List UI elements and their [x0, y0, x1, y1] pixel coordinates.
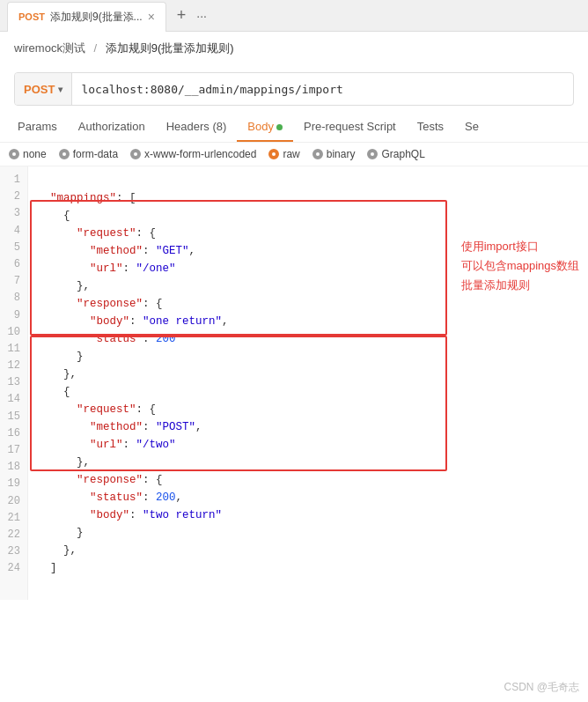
- close-icon[interactable]: ×: [148, 11, 155, 23]
- line-number: 19: [7, 476, 20, 492]
- more-tabs-icon[interactable]: ···: [191, 9, 212, 23]
- url-input[interactable]: [72, 73, 573, 105]
- code-line: },: [37, 542, 579, 559]
- code-line: "mappings": [: [37, 189, 579, 207]
- tab-item-tests[interactable]: Tests: [407, 113, 454, 142]
- tabs-row: ParamsAuthorizationHeaders (8)BodyPre-re…: [0, 113, 588, 143]
- body-option-graphql[interactable]: GraphQL: [367, 148, 424, 160]
- code-line: {: [37, 383, 579, 401]
- line-number: 16: [7, 425, 20, 442]
- code-line: "response": {: [37, 295, 579, 313]
- body-option-form-data[interactable]: form-data: [59, 148, 118, 160]
- breadcrumb-parent[interactable]: wiremock测试: [14, 41, 85, 55]
- radio-label-x-www-form-urlencoded: x-www-form-urlencoded: [144, 148, 256, 160]
- tab-item-se[interactable]: Se: [454, 113, 489, 142]
- tab-item-authorization[interactable]: Authorization: [68, 113, 156, 142]
- line-number: 6: [7, 256, 20, 273]
- line-number: 17: [7, 442, 20, 459]
- line-number: 14: [7, 391, 20, 408]
- code-line: "url": "/two": [37, 436, 579, 454]
- line-number: 2: [7, 188, 20, 205]
- tab-label: 添加规则9(批量添...: [50, 10, 143, 25]
- code-line: "request": {: [37, 401, 579, 418]
- method-select[interactable]: POST ▾: [15, 73, 72, 105]
- tab-item-body[interactable]: Body: [237, 113, 293, 142]
- line-number: 1: [7, 172, 20, 188]
- code-line: "method": "POST",: [37, 418, 579, 436]
- line-numbers: 123456789101112131415161718192021222324: [0, 166, 28, 600]
- code-line: }: [37, 348, 579, 366]
- radio-label-none: none: [23, 148, 47, 160]
- line-number: 11: [7, 341, 20, 358]
- tab-method: POST: [18, 11, 45, 22]
- line-number: 13: [7, 374, 20, 391]
- radio-label-form-data: form-data: [73, 148, 118, 160]
- breadcrumb-separator: /: [94, 41, 98, 55]
- code-line: ]: [37, 559, 579, 577]
- line-number: 10: [7, 324, 20, 341]
- line-number: 3: [7, 205, 20, 222]
- line-number: 20: [7, 493, 20, 510]
- code-area: 123456789101112131415161718192021222324 …: [0, 166, 588, 600]
- breadcrumb: wiremock测试 / 添加规则9(批量添加规则): [0, 32, 588, 65]
- radio-dot-binary: [312, 149, 323, 159]
- annotation-line3: 批量添加规则: [461, 276, 579, 295]
- line-number: 4: [7, 223, 20, 240]
- line-number: 21: [7, 510, 20, 527]
- code-line: "body": "one return",: [37, 313, 579, 330]
- tab-bar: POST 添加规则9(批量添... × + ···: [0, 0, 588, 32]
- code-line: [37, 172, 579, 189]
- radio-label-graphql: GraphQL: [381, 148, 424, 160]
- annotation-line1: 使用import接口: [461, 237, 579, 256]
- body-option-x-www-form-urlencoded[interactable]: x-www-form-urlencoded: [130, 148, 256, 160]
- add-tab-icon[interactable]: +: [172, 6, 192, 25]
- method-label: POST: [24, 83, 55, 96]
- radio-label-binary: binary: [327, 148, 356, 160]
- code-line: },: [37, 454, 579, 471]
- body-options: noneform-datax-www-form-urlencodedrawbin…: [0, 143, 588, 166]
- tab-item-params[interactable]: Params: [7, 113, 68, 142]
- line-number: 23: [7, 543, 20, 560]
- code-line: "status": 200: [37, 330, 579, 348]
- line-number: 9: [7, 307, 20, 324]
- radio-dot-x-www-form-urlencoded: [130, 149, 141, 159]
- line-number: 24: [7, 560, 20, 577]
- annotation-text: 使用import接口 可以包含mappings数组 批量添加规则: [461, 237, 579, 295]
- code-line: "response": {: [37, 471, 579, 489]
- radio-dot-graphql: [367, 149, 378, 159]
- body-option-none[interactable]: none: [9, 148, 47, 160]
- code-line: {: [37, 207, 579, 225]
- radio-dot-none: [9, 149, 19, 159]
- line-number: 22: [7, 527, 20, 543]
- tab-item-headers[interactable]: Headers (8): [156, 113, 238, 142]
- request-bar: POST ▾: [14, 72, 574, 106]
- code-line: [37, 577, 579, 595]
- radio-label-raw: raw: [283, 148, 299, 160]
- line-number: 5: [7, 240, 20, 256]
- active-tab[interactable]: POST 添加规则9(批量添... ×: [7, 2, 166, 32]
- breadcrumb-current: 添加规则9(批量添加规则): [106, 41, 234, 55]
- radio-dot-raw: [268, 149, 279, 159]
- line-number: 18: [7, 459, 20, 476]
- body-option-raw[interactable]: raw: [268, 148, 299, 160]
- tab-active-dot: [276, 124, 283, 130]
- line-number: 7: [7, 273, 20, 290]
- radio-dot-form-data: [59, 149, 70, 159]
- code-line: },: [37, 366, 579, 383]
- chevron-down-icon: ▾: [58, 85, 62, 94]
- code-line: "status": 200,: [37, 489, 579, 506]
- line-number: 12: [7, 358, 20, 374]
- tab-item-prerequest[interactable]: Pre-request Script: [293, 113, 407, 142]
- body-option-binary[interactable]: binary: [312, 148, 356, 160]
- line-number: 8: [7, 290, 20, 307]
- code-line: "body": "two return": [37, 506, 579, 524]
- line-number: 15: [7, 409, 20, 425]
- annotation-line2: 可以包含mappings数组: [461, 256, 579, 276]
- code-content: "mappings": [ { "request": { "method": "…: [28, 166, 588, 600]
- code-line: }: [37, 524, 579, 542]
